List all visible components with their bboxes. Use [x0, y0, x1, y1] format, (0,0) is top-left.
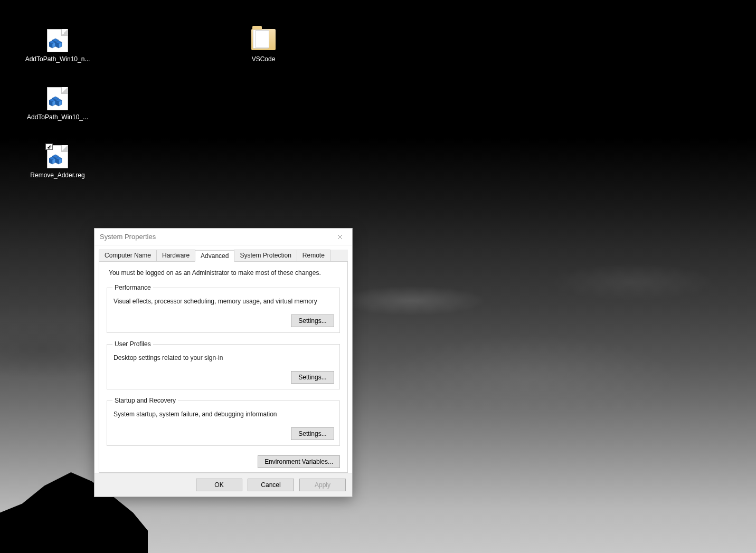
- tab-system-protection[interactable]: System Protection: [234, 250, 297, 261]
- regfile-icon: [47, 29, 68, 52]
- checkmark-badge-icon: ✓: [45, 144, 53, 150]
- cancel-button[interactable]: Cancel: [248, 479, 294, 491]
- regfile-icon: [47, 87, 68, 110]
- group-user-profiles: User Profiles Desktop settings related t…: [107, 340, 340, 389]
- registry-cubes-icon: [49, 93, 65, 108]
- desktop-icon-regfile-0[interactable]: AddToPath_Win10_n...: [18, 29, 97, 64]
- startup-recovery-settings-button[interactable]: Settings...: [291, 427, 334, 440]
- ok-button[interactable]: OK: [196, 479, 242, 491]
- tab-hardware[interactable]: Hardware: [156, 250, 195, 261]
- desktop-icon-label: VSCode: [252, 55, 276, 64]
- dialog-titlebar[interactable]: System Properties: [94, 228, 352, 245]
- folder-icon: [251, 29, 276, 50]
- tab-computer-name[interactable]: Computer Name: [99, 250, 157, 261]
- environment-variables-button[interactable]: Environment Variables...: [258, 455, 340, 468]
- tab-panel-advanced: You must be logged on as an Administrato…: [99, 262, 348, 473]
- group-startup-recovery: Startup and Recovery System startup, sys…: [107, 397, 340, 446]
- tab-remote[interactable]: Remote: [297, 250, 330, 261]
- desktop-icon-regfile-1[interactable]: AddToPath_Win10_...: [18, 87, 97, 122]
- group-performance-legend: Performance: [112, 284, 153, 291]
- desktop-icon-label: AddToPath_Win10_n...: [25, 55, 90, 64]
- user-profiles-settings-button[interactable]: Settings...: [291, 371, 334, 384]
- dialog-title: System Properties: [100, 233, 156, 241]
- group-user-profiles-legend: User Profiles: [112, 340, 153, 348]
- desktop[interactable]: AddToPath_Win10_n...AddToPath_Win10_...✓…: [0, 0, 756, 553]
- admin-note: You must be logged on as an Administrato…: [109, 269, 340, 276]
- group-performance-desc: Visual effects, processor scheduling, me…: [114, 298, 334, 305]
- group-user-profiles-desc: Desktop settings related to your sign-in: [114, 354, 334, 361]
- close-button[interactable]: [328, 228, 352, 245]
- desktop-icon-label: Remove_Adder.reg: [30, 171, 84, 180]
- regfile-icon: ✓: [47, 145, 68, 168]
- desktop-icon-regfile-2[interactable]: ✓Remove_Adder.reg: [18, 145, 97, 180]
- registry-cubes-icon: [49, 151, 65, 166]
- group-startup-recovery-legend: Startup and Recovery: [112, 397, 178, 404]
- close-icon: [337, 234, 343, 240]
- group-startup-recovery-desc: System startup, system failure, and debu…: [114, 411, 334, 418]
- tab-advanced[interactable]: Advanced: [195, 250, 234, 262]
- apply-button[interactable]: Apply: [299, 479, 346, 491]
- performance-settings-button[interactable]: Settings...: [291, 314, 334, 327]
- registry-cubes-icon: [49, 35, 65, 50]
- desktop-icon-folder-3[interactable]: VSCode: [224, 29, 303, 64]
- tab-strip: Computer NameHardwareAdvancedSystem Prot…: [99, 250, 348, 262]
- system-properties-dialog: System Properties Computer NameHardwareA…: [94, 228, 353, 497]
- dialog-button-bar: OK Cancel Apply: [94, 473, 352, 497]
- desktop-icon-label: AddToPath_Win10_...: [27, 113, 88, 122]
- group-performance: Performance Visual effects, processor sc…: [107, 284, 340, 333]
